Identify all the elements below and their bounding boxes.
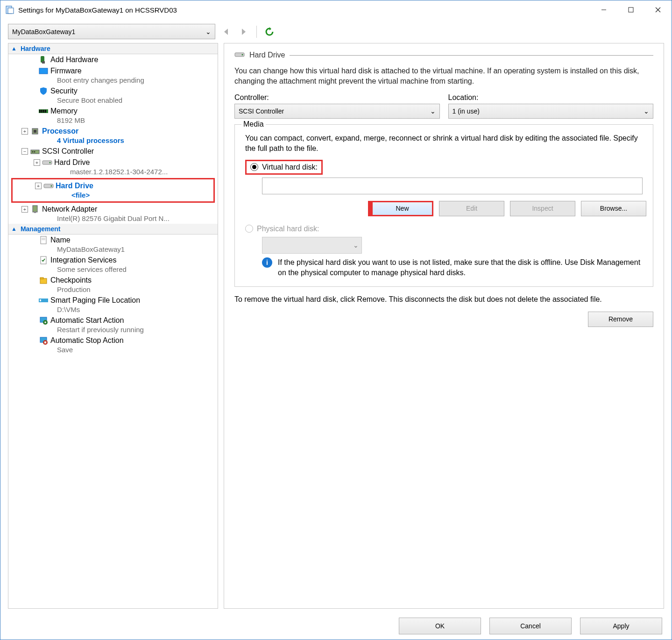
section-title: Hard Drive [234,51,653,59]
nav-panel: ▲ Hardware Add Hardware Firmware [8,43,218,609]
nav-item-hard-drive-2[interactable]: + Hard Drive <file> [13,180,213,200]
collapse-icon: ▲ [11,226,17,232]
name-icon [38,236,49,244]
media-fieldset: Media You can compact, convert, expand, … [234,124,653,287]
inspect-button[interactable]: Inspect [510,201,575,216]
nav-item-security[interactable]: Security Secure Boot enabled [8,85,218,106]
phys-radio[interactable] [245,225,253,233]
paging-icon [38,296,49,305]
nav-item-processor[interactable]: + Processor 4 Virtual processors [8,126,218,146]
scsi-icon [30,147,40,156]
info-icon: i [262,257,272,268]
nav-item-firmware[interactable]: Firmware Boot entry changes pending [8,65,218,85]
svg-rect-23 [33,206,37,212]
cancel-button[interactable]: Cancel [489,618,572,634]
toolbar-separator [256,26,257,38]
chevron-down-icon: ⌄ [205,28,211,36]
nav-forward-button[interactable] [237,25,251,39]
svg-rect-10 [39,110,41,113]
svg-rect-12 [43,110,44,113]
expand-icon[interactable]: + [21,206,28,213]
nav-item-add-hardware[interactable]: Add Hardware [8,54,218,65]
vhd-path-input[interactable] [262,178,643,194]
section-title-line [290,55,653,56]
svg-rect-7 [42,61,45,64]
nav-item-name[interactable]: Name MyDataBoxGateway1 [8,235,218,255]
expand-icon[interactable]: + [35,183,42,189]
nav-item-scsi-controller[interactable]: − SCSI Controller [8,146,218,157]
browse-button[interactable]: Browse... [581,201,646,216]
controller-col: Controller: SCSI Controller ⌄ [234,93,440,119]
svg-point-18 [34,151,35,153]
vm-selector-dropdown[interactable]: MyDataBoxGateway1 ⌄ [8,24,215,39]
hard-drive-icon [42,158,52,167]
svg-rect-15 [34,130,36,133]
nav-header-label: Hardware [21,45,50,52]
nav-item-hard-drive-1[interactable]: + Hard Drive master.1.2.18252.1-304-2472… [8,157,218,177]
svg-rect-29 [40,278,47,284]
settings-window: Settings for MyDataBoxGateway1 on HCSSRV… [0,0,672,640]
svg-rect-37 [44,341,46,343]
nav-item-hard-drive-2-highlight: + Hard Drive <file> [11,178,215,203]
vhd-button-row: New Edit Inspect Browse... [241,201,646,216]
nav-item-auto-stop[interactable]: Automatic Stop Action Save [8,335,218,355]
apply-button[interactable]: Apply [580,618,662,634]
maximize-button[interactable] [617,1,644,19]
nav-item-auto-start[interactable]: Automatic Start Action Restart if previo… [8,315,218,335]
vhd-radio-highlight: Virtual hard disk: [245,160,323,175]
controller-location-row: Controller: SCSI Controller ⌄ Location: … [234,93,653,119]
shield-icon [38,87,49,95]
vm-selector-value: MyDataBoxGateway1 [12,28,75,36]
svg-point-17 [32,151,34,153]
section-title-label: Hard Drive [249,51,285,59]
controller-select[interactable]: SCSI Controller ⌄ [234,104,440,119]
hard-drive-icon [43,182,54,190]
dialog-footer: OK Cancel Apply [0,612,672,640]
chevron-down-icon: ⌄ [430,107,436,115]
edit-button[interactable]: Edit [439,201,504,216]
controller-label: Controller: [234,93,440,102]
expand-icon[interactable]: + [34,159,40,166]
collapse-icon[interactable]: − [21,148,28,155]
location-label: Location: [448,93,654,102]
nav-item-checkpoints[interactable]: Checkpoints Production [8,275,218,295]
svg-rect-25 [41,236,46,244]
nav-item-memory[interactable]: Memory 8192 MB [8,106,218,126]
refresh-button[interactable] [262,25,276,39]
toolbar: MyDataBoxGateway1 ⌄ [0,19,672,43]
new-button[interactable]: New [368,201,433,216]
nav-back-button[interactable] [219,25,233,39]
expand-icon[interactable]: + [21,128,28,135]
ok-button[interactable]: OK [399,618,481,634]
location-value: 1 (in use) [453,107,480,115]
phys-radio-label: Physical hard disk: [257,225,319,233]
nav-header-label: Management [21,225,61,233]
close-button[interactable] [644,1,672,19]
media-description: You can compact, convert, expand, merge,… [241,133,646,154]
vhd-radio-label: Virtual hard disk: [262,163,318,171]
svg-rect-13 [45,110,46,113]
svg-rect-32 [40,299,41,301]
add-hardware-icon [38,56,49,64]
network-adapter-icon [30,205,40,213]
remove-description: To remove the virtual hard disk, click R… [234,294,653,305]
minimize-button[interactable] [590,1,617,19]
nav-item-network-adapter[interactable]: + Network Adapter Intel(R) 82576 Gigabit… [8,204,218,224]
remove-row: Remove [234,312,653,327]
hard-drive-icon [234,52,245,58]
section-description: You can change how this virtual hard dis… [234,66,653,87]
nav-item-integration-services[interactable]: Integration Services Some services offer… [8,255,218,275]
location-select[interactable]: 1 (in use) ⌄ [448,104,654,119]
svg-rect-11 [41,110,42,113]
chevron-down-icon: ⌄ [353,242,359,249]
phys-radio-row: Physical hard disk: [241,225,646,233]
body: ▲ Hardware Add Hardware Firmware [0,43,672,612]
nav-item-smart-paging[interactable]: Smart Paging File Location D:\VMs [8,295,218,315]
nav-header-management[interactable]: ▲ Management [8,224,218,235]
app-icon [5,5,14,14]
nav-header-hardware[interactable]: ▲ Hardware [8,43,218,54]
vhd-radio[interactable] [250,163,258,171]
collapse-icon: ▲ [11,45,17,52]
remove-button[interactable]: Remove [588,312,653,327]
media-legend: Media [241,120,266,128]
